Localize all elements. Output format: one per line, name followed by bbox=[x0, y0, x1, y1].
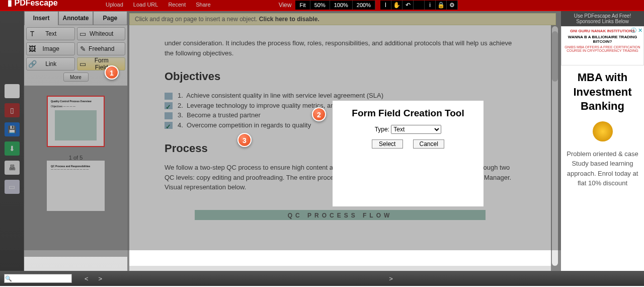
tab-insert[interactable]: Insert bbox=[24, 11, 58, 25]
menu-load-url[interactable]: Load URL bbox=[133, 2, 158, 8]
info-icon[interactable]: i bbox=[425, 1, 436, 10]
tool-text[interactable]: TText bbox=[26, 27, 75, 40]
type-label: Type: bbox=[375, 126, 389, 133]
annotation-marker-1: 1 bbox=[105, 65, 119, 80]
misc-icon[interactable]: ▭ bbox=[5, 180, 20, 194]
page-prev[interactable]: < bbox=[85, 275, 89, 282]
menu-upload[interactable]: Upload bbox=[106, 2, 123, 8]
thumb-label: 1 of 5 bbox=[29, 155, 122, 161]
download-icon[interactable]: ⬇ bbox=[5, 141, 20, 156]
cancel-button[interactable]: Cancel bbox=[413, 139, 444, 149]
obj-3: Become a trusted partner bbox=[187, 111, 261, 119]
more-button[interactable]: More bbox=[63, 73, 89, 82]
search-input[interactable]: 🔍 bbox=[4, 274, 72, 283]
intro-text: under consideration. It includes the pro… bbox=[165, 38, 516, 58]
footer-bar: 🔍 < > > bbox=[0, 271, 644, 286]
link-icon: 🔗 bbox=[27, 60, 38, 68]
ad-body: Problem oriented & case Study based lear… bbox=[566, 149, 639, 188]
ad-main[interactable]: MBA with Investment Banking Problem orie… bbox=[561, 65, 644, 193]
page-next[interactable]: > bbox=[99, 275, 103, 282]
form-field-dialog: Form Field Creation Tool Type: Text Sele… bbox=[333, 101, 484, 206]
menu-recent[interactable]: Recent bbox=[168, 2, 186, 8]
heading-objectives: Objectives bbox=[165, 68, 516, 85]
view-label: View bbox=[279, 2, 292, 9]
tool-tabs: Insert Annotate Page bbox=[24, 11, 127, 25]
checkbox-3[interactable] bbox=[165, 112, 173, 119]
tools-panel: Insert Annotate Page TText ▭Whiteout 🖼Im… bbox=[24, 11, 127, 271]
lock-icon[interactable]: 🔒 bbox=[436, 1, 447, 10]
text-icon: T bbox=[27, 30, 38, 38]
ad-sidebar: Use PDFescape Ad Free!Sponsored Links Be… bbox=[561, 11, 644, 271]
tool-image[interactable]: 🖼Image bbox=[26, 42, 75, 55]
ad-banner[interactable]: ⓘ ✕ GNI GURU NANAK INSTITUTIONS WANNA B … bbox=[561, 26, 644, 65]
zoom-50[interactable]: 50% bbox=[310, 1, 330, 10]
ad-close-icon[interactable]: ⓘ ✕ bbox=[631, 27, 642, 34]
tab-page[interactable]: Page bbox=[93, 11, 127, 25]
ad-logo-icon bbox=[593, 121, 613, 141]
pencil-icon: ✎ bbox=[77, 45, 89, 53]
vertical-scrollbar[interactable] bbox=[552, 26, 558, 266]
obj-4: Overcome competition in regards to quali… bbox=[187, 121, 311, 129]
menu-share[interactable]: Share bbox=[196, 2, 210, 8]
hand-icon[interactable]: ✋ bbox=[391, 1, 403, 10]
tool-freehand[interactable]: ✎Freehand bbox=[77, 42, 126, 55]
zoom-fit[interactable]: Fit bbox=[295, 1, 310, 10]
form-icon: ▭ bbox=[77, 60, 89, 68]
save-icon[interactable]: 💾 bbox=[5, 122, 20, 136]
document-area: under consideration. It includes the pro… bbox=[127, 11, 561, 271]
tool-form-field[interactable]: ▭Form Field bbox=[77, 57, 126, 70]
thumb-page-2[interactable]: QC Process and Responsibilities — — — — … bbox=[29, 161, 122, 211]
top-menu: Upload Load URL Recent Share bbox=[106, 2, 211, 8]
search-icon: 🔍 bbox=[5, 275, 13, 282]
print-icon[interactable]: 🖶 bbox=[5, 161, 20, 175]
gear-icon[interactable]: ⚙ bbox=[447, 1, 458, 10]
pages-icon[interactable]: ▯ bbox=[5, 84, 20, 98]
checkbox-4[interactable] bbox=[165, 122, 173, 129]
hint-bar[interactable]: Click and drag on page to insert a new o… bbox=[129, 13, 556, 25]
left-rail: ▯ ▯ 💾 ⬇ 🖶 ▭ bbox=[0, 11, 24, 271]
tool-whiteout[interactable]: ▭Whiteout bbox=[77, 27, 126, 40]
annotation-marker-3: 3 bbox=[237, 133, 252, 147]
checkbox-2[interactable] bbox=[165, 102, 173, 109]
ad-title: MBA with Investment Banking bbox=[566, 70, 639, 114]
annotation-marker-2: 2 bbox=[312, 107, 326, 121]
app-logo: ▮ PDFescape bbox=[8, 0, 58, 8]
whiteout-icon: ▭ bbox=[77, 30, 89, 38]
tool-link[interactable]: 🔗Link bbox=[26, 57, 75, 70]
image-icon: 🖼 bbox=[27, 45, 38, 53]
ad-header: Use PDFescape Ad Free!Sponsored Links Be… bbox=[561, 11, 644, 26]
dialog-title: Form Field Creation Tool bbox=[340, 108, 476, 119]
tab-annotate[interactable]: Annotate bbox=[58, 11, 93, 25]
zoom-200[interactable]: 200% bbox=[353, 1, 375, 10]
text-cursor-icon[interactable]: I bbox=[380, 1, 391, 10]
select-button[interactable]: Select bbox=[372, 139, 403, 149]
undo-icon[interactable]: ↶ bbox=[403, 1, 414, 10]
thumb-page-1[interactable]: Quality Control Process Overview Objecti… bbox=[29, 96, 122, 161]
redo-icon[interactable] bbox=[414, 1, 425, 10]
checkbox-1[interactable] bbox=[165, 93, 173, 100]
obj-1: Achieve consistent quality in line with … bbox=[186, 92, 383, 99]
page-red-icon[interactable]: ▯ bbox=[5, 103, 20, 117]
scrollbar-thumb[interactable] bbox=[552, 31, 558, 82]
horizontal-scrollbar[interactable] bbox=[129, 266, 551, 271]
page-next-2[interactable]: > bbox=[389, 275, 393, 282]
type-select[interactable]: Text bbox=[391, 125, 441, 134]
zoom-100[interactable]: 100% bbox=[330, 1, 353, 10]
qc-banner: QC PROCESS FLOW bbox=[195, 210, 486, 220]
view-controls: View Fit 50% 100% 200% I ✋ ↶ i 🔒 ⚙ bbox=[279, 0, 458, 10]
topbar: ▮ PDFescape Upload Load URL Recent Share… bbox=[0, 0, 644, 10]
thumbnail-strip: Quality Control Process Overview Objecti… bbox=[24, 86, 127, 257]
